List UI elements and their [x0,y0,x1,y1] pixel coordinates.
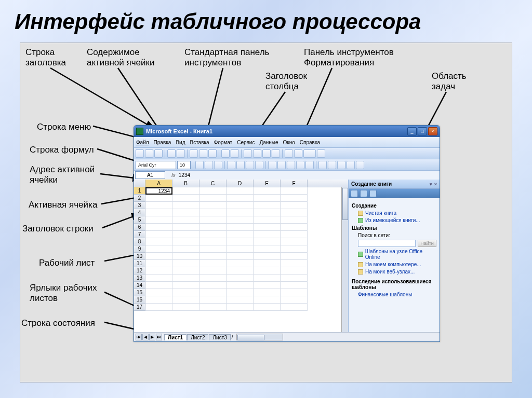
align-left-icon[interactable] [227,161,235,169]
inc-decimal-icon[interactable] [296,161,304,169]
vertical-scrollbar[interactable] [341,187,348,332]
cell[interactable] [254,296,281,304]
cell[interactable]: 1234 [145,187,172,195]
cell[interactable] [172,224,200,231]
cell[interactable] [254,195,281,202]
row-header[interactable]: 9 [134,245,145,253]
menu-file[interactable]: Файл [136,140,149,145]
save-icon[interactable] [154,149,163,158]
tab-first-icon[interactable]: ⏮ [136,334,142,340]
maximize-button[interactable]: □ [418,127,427,135]
cell[interactable] [145,245,172,253]
sort-desc-icon[interactable] [272,149,280,158]
preview-icon[interactable] [177,149,185,158]
underline-icon[interactable] [214,161,222,169]
open-icon[interactable] [145,149,153,158]
tp-link-on-computer[interactable]: На моем компьютере... [358,262,436,267]
cell[interactable] [254,187,281,195]
cell[interactable] [281,260,308,267]
cell[interactable] [172,296,200,304]
sheet-tab-1[interactable]: Лист1 [164,334,187,340]
cell[interactable] [227,202,254,209]
sum-icon[interactable] [253,149,261,158]
cell[interactable] [145,304,172,311]
cell[interactable] [281,202,308,209]
sort-asc-icon[interactable] [262,149,271,158]
new-icon[interactable] [136,149,144,158]
taskpane-dropdown-icon[interactable]: ▾ [430,182,432,187]
cell[interactable] [172,267,200,275]
undo-icon[interactable] [221,149,230,158]
cell[interactable] [254,216,281,224]
cell[interactable] [227,187,254,195]
font-size-box[interactable]: 10 [177,161,191,169]
zoom-box[interactable] [303,149,316,158]
cell[interactable] [200,296,227,304]
cell[interactable] [227,275,254,282]
cell[interactable] [281,296,308,304]
cell[interactable] [200,282,227,289]
cell[interactable] [227,231,254,238]
redo-icon[interactable] [231,149,239,158]
cell[interactable] [172,216,200,224]
row-header[interactable]: 17 [134,304,145,311]
cell[interactable] [200,253,227,260]
column-header-d[interactable]: D [227,180,254,187]
tp-search-input[interactable] [358,240,416,247]
cell[interactable] [200,187,227,195]
menu-tools[interactable]: Сервис [237,140,255,145]
cell[interactable] [227,245,254,253]
inc-indent-icon[interactable] [328,161,336,169]
cell[interactable] [227,296,254,304]
menu-format[interactable]: Формат [214,140,233,145]
chart-icon[interactable] [285,149,293,158]
cell[interactable] [281,209,308,216]
cell[interactable] [145,282,172,289]
worksheet-grid[interactable]: A B C D E F 1123423456789101112131415161… [134,180,348,332]
menu-edit[interactable]: Правка [154,140,171,145]
cell[interactable] [254,238,281,245]
nav-home-icon[interactable] [369,190,377,197]
cell[interactable] [145,260,172,267]
select-all-corner[interactable] [134,180,145,187]
print-icon[interactable] [167,149,176,158]
dec-decimal-icon[interactable] [305,161,314,169]
cell[interactable] [145,202,172,209]
column-header-b[interactable]: B [172,180,200,187]
row-header[interactable]: 16 [134,296,145,304]
currency-icon[interactable] [268,161,276,169]
cell[interactable] [227,216,254,224]
dec-indent-icon[interactable] [318,161,327,169]
borders-icon[interactable] [337,161,345,169]
row-header[interactable]: 13 [134,275,145,282]
cell[interactable] [281,224,308,231]
cell[interactable] [227,195,254,202]
cell[interactable] [281,267,308,275]
cell[interactable] [227,209,254,216]
row-header[interactable]: 15 [134,289,145,296]
copy-icon[interactable] [199,149,207,158]
row-header[interactable]: 1 [134,187,145,195]
cell[interactable] [254,289,281,296]
tp-link-on-web[interactable]: На моих веб-узлах... [358,269,436,275]
cell[interactable] [227,224,254,231]
help-icon[interactable] [317,149,325,158]
row-header[interactable]: 12 [134,267,145,275]
column-header-e[interactable]: E [254,180,281,187]
tab-next-icon[interactable]: ▶ [149,334,155,340]
cell[interactable] [145,216,172,224]
menu-view[interactable]: Вид [176,140,185,145]
percent-icon[interactable] [277,161,286,169]
italic-icon[interactable] [205,161,213,169]
cell[interactable] [145,195,172,202]
cell[interactable] [227,260,254,267]
tp-link-blank[interactable]: Чистая книга [358,210,436,216]
cell[interactable] [254,202,281,209]
align-center-icon[interactable] [236,161,245,169]
close-button[interactable]: × [428,127,437,135]
tab-last-icon[interactable]: ⏭ [156,334,162,340]
sheet-tab-2[interactable]: Лист2 [187,334,208,340]
cut-icon[interactable] [190,149,198,158]
task-pane-header[interactable]: Создание книги ▾ × [349,180,440,189]
cell[interactable] [145,289,172,296]
